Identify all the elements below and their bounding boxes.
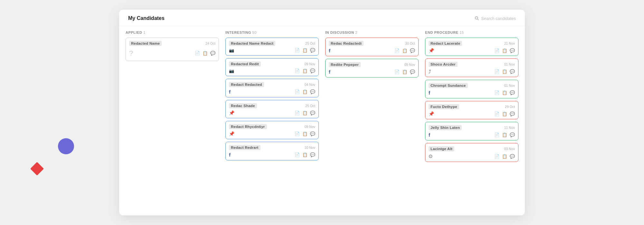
source-facebook-icon: f (329, 48, 330, 53)
file-icon[interactable]: 📋 (402, 69, 407, 74)
file-icon[interactable]: 📋 (302, 131, 308, 136)
search-icon (475, 16, 479, 21)
candidate-date: 09 Nov (305, 62, 315, 66)
doc-icon[interactable]: 📄 (494, 132, 499, 137)
candidate-name: Redacted Name (129, 41, 162, 46)
candidate-name: Redacted Name Redact (229, 41, 275, 46)
source-facebook-icon: f (429, 90, 430, 95)
doc-icon[interactable]: 📄 (295, 89, 300, 94)
file-icon[interactable]: 📋 (302, 89, 308, 94)
doc-icon[interactable]: 📄 (295, 68, 300, 73)
chat-icon[interactable]: 💬 (310, 68, 315, 73)
doc-icon[interactable]: 📄 (295, 131, 300, 136)
candidate-date: 29 Oct (505, 105, 515, 109)
chat-icon[interactable]: 💬 (510, 154, 515, 159)
source-facebook-icon: f (229, 152, 231, 158)
card-top: Shoco Arcder 01 Nov (429, 62, 515, 67)
candidate-card-e1[interactable]: Redact Lacerate 21 Nov 📌 📄 📋 💬 (425, 38, 518, 56)
search-box[interactable]: Search candidates (475, 16, 516, 21)
file-icon[interactable]: 📋 (302, 68, 308, 73)
chat-icon[interactable]: 💬 (510, 112, 515, 116)
action-icons: 📄 📋 💬 (494, 132, 515, 137)
column-end_procedure: END PROCEDURE 15 Redact Lacerate 21 Nov … (422, 26, 522, 212)
candidate-card-d2[interactable]: Redite Pepeper 09 Nov f 📄 📋 💬 (325, 59, 419, 77)
chat-icon[interactable]: 💬 (210, 51, 215, 56)
file-icon[interactable]: 📋 (203, 51, 208, 56)
candidate-card-e4[interactable]: Fucto Dethype 29 Oct 📌 📄 📋 💬 (425, 101, 518, 119)
source-facebook-icon: f (229, 89, 231, 94)
card-bottom: ⊙ 📄 📋 💬 (429, 153, 515, 159)
column-header-in_discussion: IN DISCUSSION 2 (325, 26, 419, 38)
card-top: Redact Lacerate 21 Nov (429, 41, 515, 46)
file-icon[interactable]: 📋 (502, 90, 507, 95)
candidate-card-e2[interactable]: Shoco Arcder 01 Nov ⤴ 📄 📋 💬 (425, 59, 518, 77)
doc-icon[interactable]: 📄 (195, 51, 200, 56)
card-top: Redact Redacted 04 Nov (229, 82, 315, 87)
doc-icon[interactable]: 📄 (295, 152, 300, 157)
doc-icon[interactable]: 📄 (494, 154, 499, 159)
card-top: Lacintge Alt 03 Nov (429, 146, 515, 151)
chat-icon[interactable]: 💬 (310, 111, 315, 115)
card-top: Jelly Shin Laten 11 Nov (429, 125, 515, 130)
chat-icon[interactable]: 💬 (310, 48, 315, 53)
file-icon[interactable]: 📋 (502, 48, 507, 53)
file-icon[interactable]: 📋 (502, 154, 507, 159)
action-icons: 📄 📋 💬 (394, 48, 415, 53)
candidate-card-d1[interactable]: Redac Redactedi 30 Oct f 📄 📋 💬 (325, 38, 419, 56)
candidate-name: Redact Lacerate (429, 41, 462, 46)
candidate-card-a1[interactable]: Redacted Name 24 Oct ? 📄 📋 💬 (126, 38, 219, 61)
source-question-icon: ? (129, 48, 133, 58)
chat-icon[interactable]: 💬 (310, 131, 315, 136)
action-icons: 📄 📋 💬 (295, 152, 315, 157)
card-top: Redacted Redit 09 Nov (229, 61, 315, 67)
candidate-date: 10 Nov (305, 146, 315, 149)
card-top: Redac Redactedi 30 Oct (329, 41, 415, 46)
card-bottom: 📌 📄 📋 💬 (229, 131, 315, 136)
candidate-card-i1[interactable]: Redacted Name Redact 25 Oct 📷 📄 📋 💬 (225, 38, 319, 56)
candidate-card-i2[interactable]: Redacted Redit 09 Nov 📷 📄 📋 💬 (225, 58, 319, 76)
file-icon[interactable]: 📋 (302, 152, 308, 157)
chat-icon[interactable]: 💬 (510, 90, 515, 95)
action-icons: 📄 📋 💬 (295, 48, 315, 53)
search-placeholder: Search candidates (481, 16, 516, 21)
candidate-card-i5[interactable]: Redact Rhycdntiyr 09 Nov 📌 📄 📋 💬 (225, 121, 319, 139)
file-icon[interactable]: 📋 (302, 111, 308, 115)
action-icons: 📄 📋 💬 (494, 90, 515, 95)
file-icon[interactable]: 📋 (402, 48, 407, 53)
doc-icon[interactable]: 📄 (494, 90, 499, 95)
card-top: Redacted Name Redact 25 Oct (229, 41, 315, 46)
card-bottom: f 📄 📋 💬 (429, 90, 515, 95)
file-icon[interactable]: 📋 (302, 48, 308, 53)
doc-icon[interactable]: 📄 (295, 111, 300, 115)
card-bottom: 📷 📄 📋 💬 (229, 48, 315, 53)
file-icon[interactable]: 📋 (502, 112, 507, 116)
columns-area: APPLIED 1 Redacted Name 24 Oct ? 📄 📋 💬 I… (119, 26, 525, 215)
chat-icon[interactable]: 💬 (510, 69, 515, 74)
column-in_discussion: IN DISCUSSION 2 Redac Redactedi 30 Oct f… (322, 26, 422, 212)
chat-icon[interactable]: 💬 (510, 48, 515, 53)
action-icons: 📄 📋 💬 (195, 51, 215, 56)
candidate-card-e3[interactable]: Chrompt Sundance 01 Nov f 📄 📋 💬 (425, 80, 518, 98)
doc-icon[interactable]: 📄 (494, 112, 499, 116)
doc-icon[interactable]: 📄 (494, 48, 499, 53)
chat-icon[interactable]: 💬 (410, 48, 415, 53)
candidate-card-i3[interactable]: Redact Redacted 04 Nov f 📄 📋 💬 (225, 79, 319, 97)
file-icon[interactable]: 📋 (502, 69, 507, 74)
candidate-card-i6[interactable]: Redact Redrart 10 Nov f 📄 📋 💬 (225, 142, 319, 160)
chat-icon[interactable]: 💬 (310, 89, 315, 94)
candidate-name: Lacintge Alt (429, 146, 454, 151)
doc-icon[interactable]: 📄 (394, 48, 400, 53)
card-bottom: ⤴ 📄 📋 💬 (429, 69, 515, 74)
doc-icon[interactable]: 📄 (295, 48, 300, 53)
candidate-card-i4[interactable]: Redac Shade 25 Oct 📌 📄 📋 💬 (225, 100, 319, 118)
candidate-card-e6[interactable]: Lacintge Alt 03 Nov ⊙ 📄 📋 💬 (425, 143, 518, 162)
doc-icon[interactable]: 📄 (494, 69, 499, 74)
candidate-card-e5[interactable]: Jelly Shin Laten 11 Nov f 📄 📋 💬 (425, 122, 518, 140)
card-bottom: f 📄 📋 💬 (229, 89, 315, 94)
chat-icon[interactable]: 💬 (410, 69, 415, 74)
chat-icon[interactable]: 💬 (510, 132, 515, 137)
doc-icon[interactable]: 📄 (394, 69, 400, 74)
chat-icon[interactable]: 💬 (310, 152, 315, 157)
deco-circle (58, 138, 74, 154)
file-icon[interactable]: 📋 (502, 132, 507, 137)
